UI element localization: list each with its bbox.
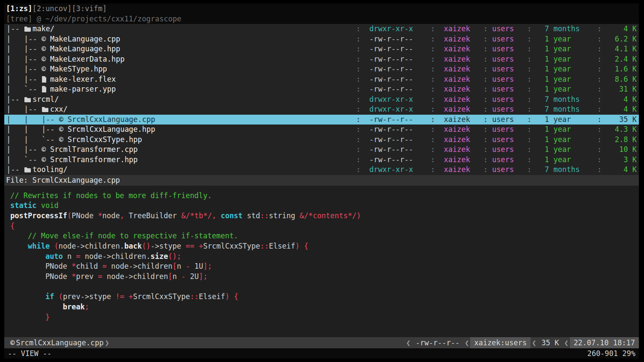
- column-separator: :: [356, 135, 361, 144]
- file-permissions: -rw-r--r--: [369, 35, 413, 43]
- file-permissions: -rw-r--r--: [369, 75, 413, 83]
- column-separator: :: [483, 95, 488, 104]
- column-separator: :: [597, 55, 602, 63]
- file-row[interactable]: |-- make/: drwxr-xr-x : xaizek : users :…: [4, 24, 639, 34]
- column-separator: :: [431, 165, 435, 174]
- tab-1-zs[interactable]: [1:zs]: [6, 4, 32, 13]
- tree-prefix: | |--: [6, 105, 42, 113]
- tree-prefix: | |--: [6, 145, 42, 154]
- code-line: postProcessIf(PNode *node, TreeBuilder &…: [10, 211, 639, 221]
- code-line: while (node->children.back()->stype == +…: [10, 241, 639, 252]
- file-owner: xaizek: [444, 105, 470, 113]
- file-age: 1 year: [545, 75, 580, 83]
- file-age: 1 year: [545, 85, 580, 93]
- file-row[interactable]: | |-- ©MakeSType.hpp: -rw-r--r-- : xaize…: [4, 64, 639, 74]
- statusbar-file: ©SrcmlCxxLanguage.cpp❯: [4, 337, 110, 348]
- file-permissions: drwxr-xr-x: [369, 24, 413, 33]
- cpp-icon: ©: [42, 145, 50, 155]
- file-size: 35 K: [602, 115, 637, 124]
- file-group: users: [492, 125, 514, 134]
- folder-icon: [24, 24, 33, 34]
- column-separator: :: [527, 155, 531, 164]
- column-separator: :: [597, 65, 602, 73]
- file-row[interactable]: | |-- ©MakeLexerData.hpp: -rw-r--r-- : x…: [4, 54, 639, 65]
- file-row[interactable]: | |-- ©MakeLanguage.hpp: -rw-r--r-- : xa…: [4, 44, 639, 54]
- code-line: if (prev->stype != +SrcmlCxxSType::Elsei…: [10, 292, 639, 302]
- file-owner: xaizek: [444, 45, 470, 53]
- tab-3-vifm[interactable]: [3:vifm]: [72, 4, 107, 13]
- terminal-window: [1:zs][2:uncov][3:vifm] [tree] @ ~/dev/p…: [4, 3, 639, 359]
- cpp-icon: ©: [42, 155, 50, 165]
- current-path: [tree] @ ~/dev/projects/cxx11/zograscope: [4, 14, 639, 24]
- file-age: 7 months: [545, 24, 580, 33]
- file-row[interactable]: |-- srcml/: drwxr-xr-x : xaizek : users …: [4, 95, 639, 105]
- file-age: 1 year: [545, 125, 580, 134]
- file-size: 31 K: [602, 85, 637, 93]
- file-group: users: [492, 24, 514, 33]
- file-row[interactable]: | | |-- ©SrcmlCxxLanguage.cpp: -rw-r--r-…: [4, 115, 639, 125]
- file-age: 7 months: [545, 105, 580, 113]
- file-row[interactable]: | | `-- ©SrcmlCxxSType.hpp: -rw-r--r-- :…: [4, 135, 639, 145]
- file-size: 4.3 K: [602, 125, 637, 134]
- file-owner: xaizek: [444, 115, 470, 124]
- file-owner: xaizek: [444, 135, 470, 144]
- tab-2-uncov[interactable]: [2:uncov]: [32, 4, 72, 13]
- column-separator: :: [356, 115, 361, 124]
- code-line: {: [10, 221, 639, 231]
- column-separator: :: [431, 135, 435, 144]
- column-separator: :: [431, 105, 435, 113]
- file-size: 2.8 K: [602, 135, 637, 144]
- file-size: 8.6 K: [602, 75, 637, 83]
- file-age: 1 year: [545, 55, 580, 63]
- code-line: break;: [10, 302, 639, 312]
- file-size: 6.2 K: [602, 35, 637, 43]
- mode-indicator: -- VIEW --: [8, 348, 51, 359]
- file-name: MakeSType.hpp: [50, 65, 107, 73]
- file-row[interactable]: | |-- ©SrcmlTransformer.cpp: -rw-r--r-- …: [4, 145, 639, 155]
- column-separator: :: [527, 135, 531, 144]
- cpp-icon: ©: [59, 115, 68, 125]
- code-line: PNode *child = node->children[n - 1U];: [10, 261, 639, 272]
- code-line: // Move else-if node to respective if-st…: [10, 231, 639, 241]
- column-separator: :: [483, 85, 488, 93]
- file-size: 10 K: [602, 145, 637, 154]
- file-age: 7 months: [545, 165, 580, 174]
- column-separator: :: [356, 45, 361, 53]
- file-row[interactable]: | | |-- ©SrcmlCxxLanguage.hpp: -rw-r--r-…: [4, 125, 639, 135]
- cpp-icon: ©: [42, 34, 50, 45]
- column-separator: :: [483, 115, 488, 124]
- file-row[interactable]: |-- tooling/: drwxr-xr-x : xaizek : user…: [4, 165, 639, 175]
- powerline-right-arrow-icon: ❯: [104, 338, 110, 347]
- file-group: users: [492, 75, 514, 83]
- tree-prefix: | |--: [6, 65, 42, 73]
- column-separator: :: [597, 145, 602, 154]
- file-name: make-lexer.flex: [50, 75, 116, 83]
- column-separator: :: [356, 24, 361, 33]
- cpp-icon: ©: [59, 135, 68, 145]
- code-line: static void: [10, 201, 639, 211]
- file-row[interactable]: | |-- ©MakeLanguage.cpp: -rw-r--r-- : xa…: [4, 34, 639, 45]
- column-separator: :: [527, 45, 531, 53]
- tree-prefix: | |--: [6, 55, 42, 63]
- file-permissions: -rw-r--r--: [369, 135, 413, 144]
- column-separator: :: [483, 65, 488, 73]
- column-separator: :: [483, 145, 488, 154]
- file-group: users: [492, 95, 514, 104]
- column-separator: :: [431, 95, 435, 104]
- file-row[interactable]: | `-- make-parser.ypp: -rw-r--r-- : xaiz…: [4, 84, 639, 95]
- column-separator: :: [527, 115, 531, 124]
- column-separator: :: [431, 45, 435, 53]
- file-row[interactable]: | |-- make-lexer.flex: -rw-r--r-- : xaiz…: [4, 74, 639, 85]
- file-permissions: drwxr-xr-x: [369, 95, 413, 104]
- file-name: SrcmlTransformer.cpp: [50, 145, 138, 154]
- file-row[interactable]: | `-- ©SrcmlTransformer.hpp: -rw-r--r-- …: [4, 155, 639, 165]
- doc-icon: [42, 84, 50, 95]
- statusbar-right: ❮-rw-r--r--❮xaizek:users❮35 K❮22.07.10 1…: [405, 337, 639, 348]
- column-separator: :: [431, 145, 435, 154]
- file-row[interactable]: | |-- cxx/: drwxr-xr-x : xaizek : users …: [4, 104, 639, 115]
- file-group: users: [492, 105, 514, 113]
- code-line: }: [10, 312, 639, 323]
- column-separator: :: [431, 35, 435, 43]
- column-separator: :: [597, 155, 602, 164]
- file-group: users: [492, 145, 514, 154]
